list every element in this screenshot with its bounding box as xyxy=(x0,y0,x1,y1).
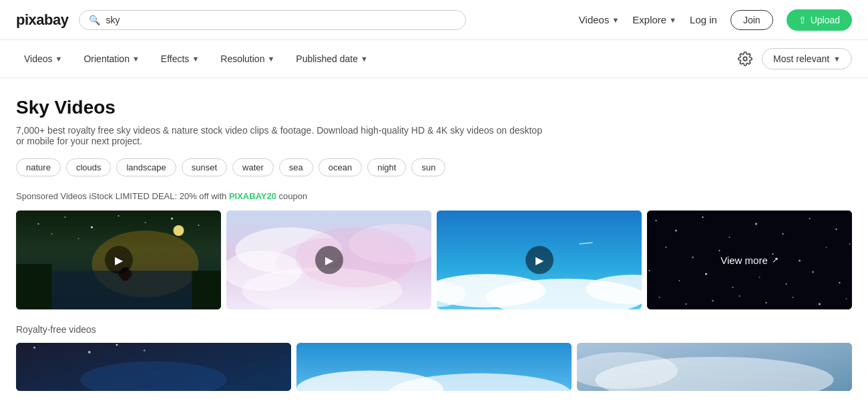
play-button-1[interactable]: ▶ xyxy=(105,246,133,274)
svg-point-63 xyxy=(846,298,847,299)
royalty-card-2[interactable] xyxy=(296,343,572,391)
sponsored-bar: Sponsored Videos iStock LIMITED DEAL: 20… xyxy=(16,191,852,201)
chevron-down-icon: ▼ xyxy=(612,16,619,24)
search-icon: 🔍 xyxy=(89,15,100,25)
filter-bar: Videos ▼ Orientation ▼ Effects ▼ Resolut… xyxy=(0,40,868,78)
svg-point-59 xyxy=(739,295,740,297)
svg-point-50 xyxy=(705,273,707,275)
filter-resolution[interactable]: Resolution ▼ xyxy=(212,49,282,68)
svg-point-32 xyxy=(656,220,657,221)
svg-point-49 xyxy=(679,280,680,281)
upload-button[interactable]: ⇧ Upload xyxy=(787,9,852,31)
tag-night[interactable]: night xyxy=(367,158,406,176)
chevron-down-icon: ▼ xyxy=(361,55,368,63)
svg-point-56 xyxy=(659,297,660,298)
chevron-down-icon: ▼ xyxy=(192,55,199,63)
view-more-card[interactable]: View more ↗ xyxy=(647,211,852,309)
svg-point-9 xyxy=(51,233,53,235)
nav-videos[interactable]: Videos ▼ xyxy=(579,14,619,25)
play-button-2[interactable]: ▶ xyxy=(315,246,343,274)
upload-icon: ⇧ xyxy=(799,15,807,25)
tag-sunset[interactable]: sunset xyxy=(182,158,227,176)
chevron-down-icon: ▼ xyxy=(267,55,274,63)
svg-point-39 xyxy=(836,229,837,230)
svg-point-6 xyxy=(145,222,146,223)
filter-effects[interactable]: Effects ▼ xyxy=(153,49,207,68)
svg-point-5 xyxy=(118,215,120,217)
svg-point-65 xyxy=(33,347,35,349)
header: pixabay 🔍 Videos ▼ Explore ▼ Log in Join… xyxy=(0,0,868,40)
svg-point-58 xyxy=(712,300,714,302)
svg-point-33 xyxy=(675,230,677,232)
royalty-section-label: Royalty-free videos xyxy=(16,324,852,335)
svg-point-43 xyxy=(719,250,720,251)
page-description: 7,000+ best royalty free sky videos & na… xyxy=(16,125,550,146)
view-more-label: View more ↗ xyxy=(720,255,779,266)
logo[interactable]: pixabay xyxy=(16,11,68,29)
tag-clouds[interactable]: clouds xyxy=(66,158,112,176)
tag-sun[interactable]: sun xyxy=(411,158,445,176)
svg-point-4 xyxy=(91,227,93,229)
search-input[interactable] xyxy=(105,15,456,25)
svg-point-55 xyxy=(839,282,841,283)
tag-water[interactable]: water xyxy=(232,158,274,176)
filter-videos[interactable]: Videos ▼ xyxy=(16,49,70,68)
join-button[interactable]: Join xyxy=(730,10,773,30)
svg-point-40 xyxy=(849,243,851,245)
svg-point-2 xyxy=(38,223,39,225)
settings-icon[interactable] xyxy=(738,51,752,66)
svg-point-8 xyxy=(198,225,200,226)
royalty-thumbnail-3 xyxy=(577,343,852,391)
nav-explore[interactable]: Explore ▼ xyxy=(632,14,676,25)
filter-published-date[interactable]: Published date ▼ xyxy=(288,49,376,68)
video-card-1[interactable]: ▶ xyxy=(16,211,221,309)
tag-nature[interactable]: nature xyxy=(16,158,61,176)
svg-point-48 xyxy=(649,270,650,271)
svg-point-42 xyxy=(692,257,694,259)
svg-point-52 xyxy=(759,277,761,278)
royalty-grid xyxy=(16,343,852,391)
svg-point-62 xyxy=(819,303,821,305)
sponsored-coupon-link[interactable]: PIXABAY20 xyxy=(229,191,276,201)
svg-point-7 xyxy=(171,218,173,220)
nav-login[interactable]: Log in xyxy=(690,14,717,25)
svg-point-54 xyxy=(812,271,814,273)
sort-dropdown[interactable]: Most relevant ▼ xyxy=(762,48,852,70)
video-grid: ▶ ▶ xyxy=(16,211,852,309)
filter-orientation[interactable]: Orientation ▼ xyxy=(75,49,147,68)
svg-point-53 xyxy=(786,283,787,285)
tag-list: nature clouds landscape sunset water sea… xyxy=(16,158,852,176)
tag-ocean[interactable]: ocean xyxy=(318,158,362,176)
external-link-icon: ↗ xyxy=(772,255,779,265)
svg-point-51 xyxy=(732,287,734,288)
svg-point-69 xyxy=(144,350,146,352)
chevron-down-icon: ▼ xyxy=(55,55,63,63)
svg-point-60 xyxy=(766,302,767,303)
tag-sea[interactable]: sea xyxy=(279,158,313,176)
chevron-down-icon: ▼ xyxy=(132,55,140,63)
svg-point-34 xyxy=(702,217,704,218)
page-content: Sky Videos 7,000+ best royalty free sky … xyxy=(0,78,868,404)
chevron-down-icon: ▼ xyxy=(833,55,841,63)
page-title: Sky Videos xyxy=(16,97,852,118)
svg-point-46 xyxy=(799,260,801,262)
svg-point-37 xyxy=(783,233,784,235)
search-bar[interactable]: 🔍 xyxy=(79,10,466,30)
svg-point-67 xyxy=(88,351,91,354)
tag-landscape[interactable]: landscape xyxy=(116,158,176,176)
royalty-card-1[interactable] xyxy=(16,343,291,391)
play-button-3[interactable]: ▶ xyxy=(525,246,554,274)
chevron-down-icon: ▼ xyxy=(669,16,676,24)
svg-point-61 xyxy=(793,297,794,298)
video-card-3[interactable]: ▶ xyxy=(437,211,642,309)
svg-point-3 xyxy=(65,217,66,218)
royalty-card-3[interactable] xyxy=(577,343,852,391)
svg-point-38 xyxy=(809,218,811,219)
svg-point-0 xyxy=(743,57,747,61)
svg-point-68 xyxy=(116,344,118,346)
svg-point-24 xyxy=(296,227,416,287)
video-card-2[interactable]: ▶ xyxy=(226,211,431,309)
royalty-thumbnail-1 xyxy=(16,343,291,391)
svg-rect-17 xyxy=(192,271,222,309)
svg-point-11 xyxy=(174,225,184,236)
